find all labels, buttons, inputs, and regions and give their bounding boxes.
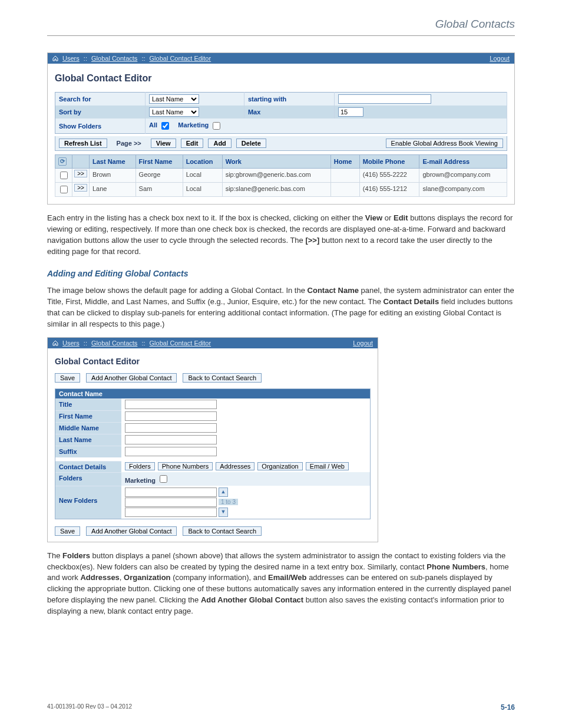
label-sort-by: Sort by <box>55 106 146 118</box>
collapse-up-icon[interactable]: ▲ <box>219 487 228 497</box>
contacts-table: ⟳ Last Name First Name Location Work Hom… <box>55 154 507 197</box>
page-section-title: Global Contacts <box>47 18 515 31</box>
panel-title: Global Contact Editor <box>55 357 371 366</box>
row-checkbox[interactable] <box>60 186 68 193</box>
details-folders-button[interactable]: Folders <box>125 462 155 470</box>
enable-viewing-button[interactable]: Enable Global Address Book Viewing <box>386 139 503 148</box>
new-folder-input-2[interactable] <box>125 498 217 507</box>
page-forward-label[interactable]: Page >> <box>112 139 146 147</box>
col-mobile: Mobile Phone <box>359 155 419 169</box>
logout-link[interactable]: Logout <box>490 55 510 62</box>
col-work: Work <box>222 155 330 169</box>
details-addresses-button[interactable]: Addresses <box>216 462 254 470</box>
cell-mobile: (416) 555-2222 <box>359 169 419 183</box>
footer-revision: 41-001391-00 Rev 03 – 04.2012 <box>47 703 132 711</box>
cell-last: Brown <box>90 169 136 183</box>
label-title: Title <box>55 398 121 410</box>
back-to-search-button[interactable]: Back to Contact Search <box>183 373 262 383</box>
col-home: Home <box>330 155 359 169</box>
title-input[interactable] <box>125 400 217 409</box>
contact-name-panel: Contact Name Title First Name Middle Nam… <box>55 388 371 519</box>
label-first-name: First Name <box>55 410 121 422</box>
paragraph-folders-help: The Folders button displays a panel (sho… <box>47 551 515 617</box>
label-middle-name: Middle Name <box>55 422 121 434</box>
screenshot-contact-list: Users :: Global Contacts :: Global Conta… <box>47 52 515 205</box>
cell-first: Sam <box>135 183 183 197</box>
row-goto-button[interactable]: >> <box>74 184 87 192</box>
crumb-users[interactable]: Users <box>62 55 80 62</box>
label-folders: Folders <box>55 472 121 486</box>
cell-home <box>330 183 359 197</box>
cell-email: gbrown@company.com <box>419 169 507 183</box>
label-contact-details: Contact Details <box>55 461 121 472</box>
delete-button[interactable]: Delete <box>236 139 266 148</box>
crumb-editor[interactable]: Global Contact Editor <box>150 340 211 347</box>
home-icon <box>52 55 58 61</box>
save-button-bottom[interactable]: Save <box>55 526 80 536</box>
col-location: Location <box>183 155 222 169</box>
add-button[interactable]: Add <box>208 139 231 148</box>
new-folder-input-1[interactable] <box>125 487 217 497</box>
label-starting-with: starting with <box>244 93 334 106</box>
edit-button[interactable]: Edit <box>181 139 204 148</box>
cell-loc: Local <box>183 183 222 197</box>
cell-work: sip:gbrown@generic.bas.com <box>222 169 330 183</box>
crumb-global-contacts[interactable]: Global Contacts <box>91 340 137 347</box>
label-last-name: Last Name <box>55 434 121 446</box>
table-row: >> Brown George Local sip:gbrown@generic… <box>55 169 507 183</box>
sort-field-select[interactable]: Last Name <box>149 107 199 117</box>
add-another-button[interactable]: Add Another Global Contact <box>86 373 177 383</box>
view-button[interactable]: View <box>151 139 176 148</box>
col-first: First Name <box>135 155 183 169</box>
row-checkbox[interactable] <box>60 172 68 179</box>
crumb-users[interactable]: Users <box>62 340 80 347</box>
add-another-button-bottom[interactable]: Add Another Global Contact <box>86 526 177 536</box>
cell-work: sip:slane@generic.bas.com <box>222 183 330 197</box>
cell-mobile: (416) 555-1212 <box>359 183 419 197</box>
label-max: Max <box>244 106 334 118</box>
search-grid: Search for Last Name starting with Sort … <box>55 92 507 134</box>
label-suffix: Suffix <box>55 446 121 457</box>
label-marketing: Marketing <box>178 121 209 129</box>
paragraph-add-edit-intro: The image below shows the default page f… <box>47 285 515 330</box>
starting-with-input[interactable] <box>338 94 431 104</box>
back-to-search-button-bottom[interactable]: Back to Contact Search <box>183 526 262 536</box>
suffix-input[interactable] <box>125 447 217 456</box>
breadcrumb-bar: Users :: Global Contacts :: Global Conta… <box>48 338 378 348</box>
folders-marketing-checkbox[interactable] <box>160 475 167 483</box>
checkbox-all[interactable] <box>161 122 169 130</box>
home-icon <box>52 340 58 346</box>
max-input[interactable] <box>338 107 363 117</box>
refresh-icon[interactable]: ⟳ <box>58 157 67 166</box>
crumb-editor[interactable]: Global Contact Editor <box>150 55 211 62</box>
save-button[interactable]: Save <box>55 373 80 383</box>
panel-title: Global Contact Editor <box>55 73 507 84</box>
section-subtitle: Adding and Editing Global Contacts <box>47 269 515 278</box>
details-email-button[interactable]: Email / Web <box>306 462 349 470</box>
checkbox-marketing[interactable] <box>213 122 220 130</box>
new-folder-range: 1 to 3 <box>219 499 238 505</box>
panel-head-contact-name: Contact Name <box>55 389 370 398</box>
last-name-input[interactable] <box>125 435 217 444</box>
label-show-folders: Show Folders <box>55 118 146 134</box>
footer-page-number: 5-16 <box>501 703 515 711</box>
folders-marketing-label: Marketing <box>125 477 156 484</box>
crumb-global-contacts[interactable]: Global Contacts <box>91 55 137 62</box>
logout-link[interactable]: Logout <box>353 340 373 347</box>
middle-name-input[interactable] <box>125 423 217 433</box>
new-folder-input-3[interactable] <box>125 508 217 517</box>
details-organization-button[interactable]: Organization <box>257 462 302 470</box>
paragraph-listing-help: Each entry in the listing has a check bo… <box>47 213 515 257</box>
label-new-folders: New Folders <box>55 486 121 519</box>
refresh-list-button[interactable]: Refresh List <box>59 139 107 148</box>
details-phone-button[interactable]: Phone Numbers <box>158 462 213 470</box>
first-name-input[interactable] <box>125 411 217 421</box>
page-footer: 41-001391-00 Rev 03 – 04.2012 5-16 <box>47 703 515 711</box>
cell-home <box>330 169 359 183</box>
row-goto-button[interactable]: >> <box>74 170 87 177</box>
search-field-select[interactable]: Last Name <box>149 94 199 104</box>
expand-down-icon[interactable]: ▼ <box>219 508 228 517</box>
screenshot-contact-editor: Users :: Global Contacts :: Global Conta… <box>47 337 378 542</box>
col-last: Last Name <box>90 155 136 169</box>
header-rule <box>47 35 515 36</box>
